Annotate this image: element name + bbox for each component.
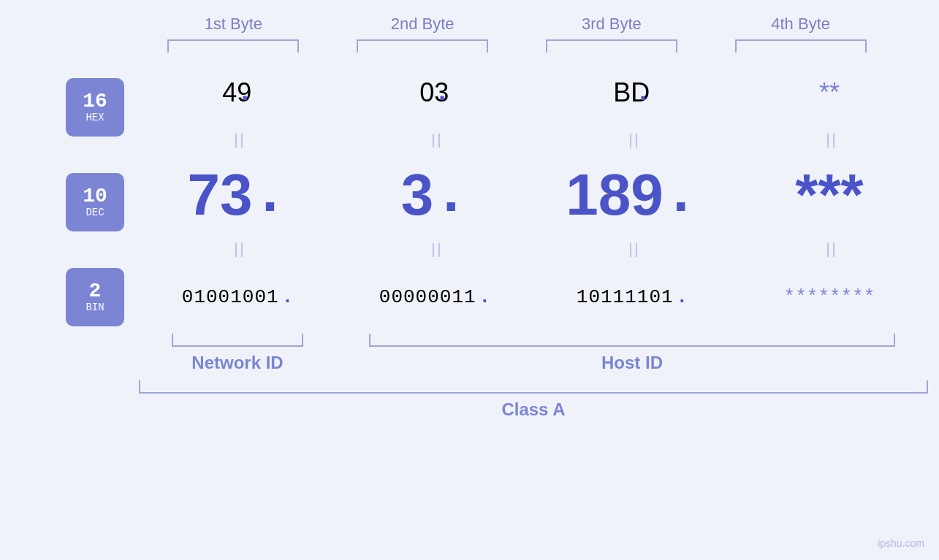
network-id-label: Network ID [191, 353, 283, 372]
sep-cell-1-1: || [139, 132, 336, 149]
host-id-bracket [369, 334, 895, 347]
hex-name: HEX [85, 112, 104, 123]
hex-badge: 16 HEX [66, 78, 124, 137]
hex-cell-4: ** [731, 77, 928, 108]
dec-cell-2: 3 . [336, 161, 533, 229]
dec-dot-1: . [252, 162, 287, 229]
network-id-label-container: Network ID [139, 353, 336, 373]
bin-name: BIN [85, 302, 104, 313]
bin-val-2: 00000011 [379, 286, 476, 308]
bin-val-3: 10111101 [577, 286, 674, 308]
bin-val-1: 01001001 [182, 286, 279, 308]
byte-col-3: 3rd Byte [517, 15, 707, 53]
sep-row-2: || || || || [139, 235, 928, 264]
dec-row: 73 . 3 . 189 . *** [139, 155, 928, 235]
sep-cell-1-4: || [731, 132, 928, 149]
sep-cell-2-4: || [731, 242, 928, 258]
id-labels: Network ID Host ID [139, 353, 928, 373]
class-label-container: Class A [139, 399, 928, 420]
dec-number: 10 [83, 186, 107, 207]
sep-row-1: || || || || [139, 126, 928, 155]
network-id-bracket [172, 334, 303, 347]
bin-badge: 2 BIN [66, 268, 124, 326]
bottom-brackets: Network ID Host ID [139, 334, 928, 373]
dec-cell-3: 189 . [533, 161, 731, 229]
network-id-bracket-area [139, 334, 336, 347]
dec-val-2: 3 [401, 161, 434, 229]
byte-col-1: 1st Byte [139, 15, 328, 53]
hex-dot-3: . [635, 78, 651, 108]
bin-dot-2: . [479, 286, 491, 308]
byte-col-2: 2nd Byte [328, 15, 517, 53]
host-id-label: Host ID [601, 353, 663, 372]
host-id-label-container: Host ID [336, 353, 928, 373]
bracket-top-2 [357, 39, 488, 53]
bracket-top-4 [735, 39, 867, 53]
base-labels: 16 HEX 10 DEC 2 BIN [66, 74, 124, 330]
dec-dot-3: . [664, 162, 699, 229]
byte-label-3: 3rd Byte [582, 15, 642, 34]
byte-label-2: 2nd Byte [391, 15, 455, 34]
hex-cell-3: BD . [533, 77, 731, 108]
hex-val-4: ** [819, 77, 840, 108]
dec-cell-1: 73 . [139, 161, 336, 229]
bracket-top-1 [167, 39, 299, 53]
watermark: ipshu.com [878, 537, 924, 549]
class-label: Class A [501, 399, 565, 419]
dec-cell-4: *** [731, 161, 928, 229]
dec-badge: 10 DEC [66, 173, 124, 231]
class-bracket [139, 380, 928, 394]
main-content: 16 HEX 10 DEC 2 BIN [44, 60, 895, 420]
dec-val-4: *** [795, 161, 863, 229]
bin-dot-1: . [282, 286, 294, 308]
dec-val-1: 73 [188, 161, 253, 229]
main-container: 1st Byte 2nd Byte 3rd Byte 4th Byte 16 H… [0, 0, 939, 560]
hex-cell-2: 03 . [336, 77, 533, 108]
host-id-bracket-area [336, 334, 928, 347]
bin-val-4: ******** [784, 286, 875, 308]
hex-dot-2: . [434, 78, 450, 108]
bin-row: 01001001 . 00000011 . 10111101 . *******… [139, 264, 928, 330]
hex-number: 16 [83, 91, 107, 112]
rows-container: 49 . 03 . BD . ** || [139, 60, 928, 420]
sep-cell-2-1: || [139, 242, 336, 258]
bin-cell-4: ******** [731, 286, 928, 308]
sep-cell-1-2: || [336, 132, 533, 149]
byte-label-4: 4th Byte [771, 15, 830, 34]
sep-cell-2-3: || [533, 242, 731, 258]
bracket-top-3 [546, 39, 677, 53]
sep-cell-1-3: || [533, 132, 731, 149]
hex-dot-1: . [237, 78, 253, 108]
bin-number: 2 [89, 281, 102, 302]
hex-row: 49 . 03 . BD . ** [139, 60, 928, 126]
byte-label-1: 1st Byte [205, 15, 262, 34]
bin-cell-3: 10111101 . [533, 286, 731, 308]
class-area: Class A [139, 380, 928, 420]
byte-col-4: 4th Byte [706, 15, 895, 53]
bin-cell-1: 01001001 . [139, 286, 336, 308]
bin-dot-3: . [677, 286, 688, 308]
sep-cell-2-2: || [336, 242, 533, 258]
hex-cell-1: 49 . [139, 77, 336, 108]
byte-headers: 1st Byte 2nd Byte 3rd Byte 4th Byte [44, 15, 895, 53]
bin-cell-2: 00000011 . [336, 286, 533, 308]
dec-name: DEC [85, 207, 104, 218]
dec-dot-2: . [433, 162, 468, 229]
dec-val-3: 189 [566, 161, 663, 229]
